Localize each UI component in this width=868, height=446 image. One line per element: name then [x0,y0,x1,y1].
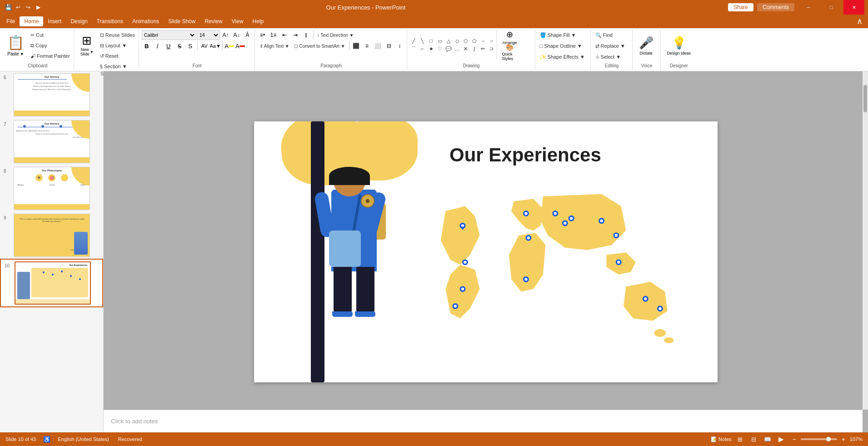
accessibility-icon[interactable]: ♿ [43,436,50,443]
menu-animations[interactable]: Animations [128,16,164,26]
shape-round-rect[interactable]: ▭ [436,37,444,45]
view-normal-button[interactable]: ⊞ [735,434,745,444]
save-button[interactable]: 💾 [4,3,13,12]
slide-item-7[interactable]: 7 Our History Neptune is the eighth plan… [0,118,103,165]
cut-button[interactable]: ✂ Cut [29,30,72,40]
decrease-indent-button[interactable]: ⇤ [279,30,289,40]
share-button[interactable]: Share [728,3,753,11]
view-reading-button[interactable]: 📖 [763,434,773,444]
font-family-select[interactable]: Calibri [142,30,196,40]
undo-button[interactable]: ↩ [14,3,23,12]
maximize-button[interactable]: □ [821,0,842,15]
design-ideas-button[interactable]: 💡 Design Ideas [663,30,695,61]
shape-more[interactable]: … [453,45,461,52]
notes-button[interactable]: 📝 Notes [711,436,732,442]
slide-item-6[interactable]: 6 Our History Venus is the second planet… [0,71,103,118]
bullets-button[interactable]: ≡• [258,30,268,40]
menu-insert[interactable]: Insert [43,16,66,26]
shape-curve[interactable]: ∫ [470,45,479,52]
zoom-in-button[interactable]: + [839,435,848,444]
arrange-button[interactable]: ⊕ Arrange [499,30,521,45]
align-text-button[interactable]: ⇕ Align Text ▼ [258,41,291,51]
menu-slideshow[interactable]: Slide Show [164,16,200,26]
shape-fill-button[interactable]: 🪣 Shape Fill ▼ [538,30,578,40]
shape-conn[interactable]: ⊃ [488,45,496,52]
reuse-slides-button[interactable]: ⊡ Reuse Slides [98,30,137,40]
bold-button[interactable]: B [142,41,152,51]
section-button[interactable]: § Section ▼ [98,61,137,71]
scrollbar-thumb-v[interactable] [863,85,867,112]
zoom-out-button[interactable]: − [790,435,799,444]
increase-font-size-button[interactable]: A↑ [221,30,231,40]
shape-arrow[interactable]: → [479,37,487,45]
slideshow-button[interactable]: ▶ [776,434,786,444]
shape-arc[interactable]: ⌒ [410,45,418,52]
minimize-button[interactable]: ─ [798,0,819,15]
copy-button[interactable]: ⧉ Copy [29,40,72,50]
shape-diamond[interactable]: ◇ [453,37,461,45]
shape-freeform[interactable]: ✏ [479,45,487,52]
zoom-slider[interactable] [801,438,837,440]
slide-thumb-9[interactable]: "This is a quote, words full of wisdom t… [14,214,90,257]
char-spacing-button[interactable]: AV [200,41,210,51]
strikethrough-button[interactable]: S̶ [175,41,185,51]
center-button[interactable]: ≡ [362,41,372,51]
reset-button[interactable]: ↺ Reset [98,51,137,61]
decrease-font-size-button[interactable]: A↓ [232,30,242,40]
slide-thumb-7[interactable]: Our History Neptune is the eighth planet… [14,120,90,163]
shape-outline-button[interactable]: □ Shape Outline ▼ [538,41,584,51]
shape-bracket[interactable]: ⌐ [419,45,427,52]
menu-view[interactable]: View [227,16,248,26]
slide-item-10[interactable]: 10 Our Experiences [0,259,103,307]
shape-star[interactable]: ★ [427,45,435,52]
present-button[interactable]: ▶ [34,3,43,12]
find-button[interactable]: 🔍 Find [594,30,614,40]
increase-indent-button[interactable]: ⇥ [290,30,300,40]
shadow-button[interactable]: S [185,41,195,51]
language[interactable]: English (United States) [58,436,109,442]
shape-cylinder[interactable]: ⬡ [462,37,470,45]
shape-effects-button[interactable]: ✨ Shape Effects ▼ [538,52,587,62]
shape-heart[interactable]: ♡ [436,45,444,52]
slide-thumb-6[interactable]: Our History Venus is the second planet f… [14,73,90,116]
font-size-select[interactable]: 14 [197,30,220,40]
close-button[interactable]: ✕ [843,0,864,15]
shape-x[interactable]: ✕ [462,45,470,52]
text-direction-button[interactable]: ↕ Text Direction ▼ [315,30,356,40]
quick-styles-button[interactable]: 🎨 Quick Styles [499,45,521,60]
menu-review[interactable]: Review [200,16,227,26]
zoom-level[interactable]: 107% [850,436,863,442]
underline-button[interactable]: U [164,41,174,51]
shape-ellipse[interactable]: ○ [488,37,496,45]
shape-line2[interactable]: ╲ [419,37,427,45]
menu-help[interactable]: Help [248,16,269,26]
canvas-scrollbar-v[interactable] [863,71,868,410]
align-right-button[interactable]: ⬜ [373,41,383,51]
italic-button[interactable]: I [153,41,163,51]
convert-smartart-button[interactable]: ⬡ Convert to SmartArt ▼ [292,41,347,51]
slide-thumb-8[interactable]: Our Philosophy 👁 🎯 ⭐ MissionVisionValues [14,167,90,210]
shape-callout[interactable]: 💬 [444,45,453,52]
slide-item-8[interactable]: 8 Our Philosophy 👁 🎯 ⭐ MissionVisionValu… [0,165,103,212]
paste-button[interactable]: 📋 Paste▼ [4,30,28,61]
notes-area[interactable]: Click to add notes [104,410,863,432]
comments-button[interactable]: Comments [757,3,794,11]
menu-transitions[interactable]: Transitions [92,16,128,26]
select-button[interactable]: ⊹ Select ▼ [594,52,623,62]
slide-thumb-10[interactable]: Our Experiences [15,261,91,305]
shape-pentagon[interactable]: ⬠ [470,37,479,45]
line-spacing-button[interactable]: ↕ [395,41,405,51]
view-slide-sorter-button[interactable]: ⊟ [749,434,759,444]
highlight-color-button[interactable]: A [224,41,234,51]
redo-button[interactable]: ↪ [24,3,33,12]
clear-formatting-button[interactable]: Ā [243,30,253,40]
numbering-button[interactable]: 1≡ [269,30,279,40]
justify-button[interactable]: ⊟ [384,41,394,51]
new-slide-button[interactable]: ⊞ NewSlide▼ [77,30,97,61]
shape-rect[interactable]: □ [427,37,435,45]
replace-button[interactable]: ⇄ Replace ▼ [594,41,627,51]
align-left-button[interactable]: ⬛ [351,41,361,51]
format-painter-button[interactable]: 🖌 Format Painter [29,51,72,61]
menu-design[interactable]: Design [66,16,92,26]
menu-home[interactable]: Home [20,16,43,26]
